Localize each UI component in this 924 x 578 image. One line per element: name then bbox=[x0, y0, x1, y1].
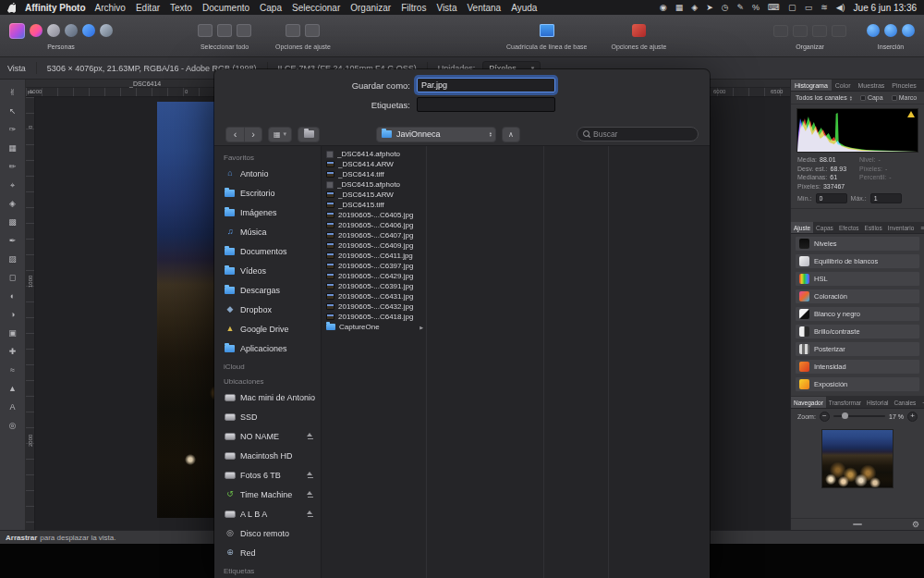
volume-icon[interactable]: ◀) bbox=[836, 4, 845, 12]
shield-icon[interactable]: ◈ bbox=[691, 4, 698, 12]
adjustment-niveles[interactable]: Niveles bbox=[795, 236, 920, 252]
sidebar-item-dropbox[interactable]: ◆Dropbox bbox=[214, 300, 321, 319]
sidebar-item-macintosh-hd[interactable]: Macintosh HD bbox=[214, 446, 321, 465]
tags-input[interactable] bbox=[417, 97, 555, 112]
photo-persona-icon[interactable] bbox=[30, 24, 43, 37]
menu-capa[interactable]: Capa bbox=[260, 3, 282, 13]
adjustment-options-icon[interactable] bbox=[632, 24, 646, 37]
color-picker-tool[interactable]: ✑ bbox=[6, 124, 20, 135]
sidebar-item-mac-mini-de-antonio[interactable]: Mac mini de Antonio bbox=[214, 387, 321, 407]
arrange-icon-1[interactable] bbox=[773, 25, 788, 37]
crop-tool[interactable]: ▦ bbox=[6, 142, 20, 154]
column-separator[interactable] bbox=[608, 146, 609, 578]
tab-histograma[interactable]: Histograma bbox=[791, 80, 832, 91]
percent-icon[interactable]: % bbox=[752, 4, 760, 12]
menu-filtros[interactable]: Filtros bbox=[401, 3, 426, 13]
tab-efectos[interactable]: Efectos bbox=[836, 222, 862, 233]
healing-brush-tool[interactable]: ✚ bbox=[6, 346, 20, 357]
dodge-brush-tool[interactable]: ◐ bbox=[6, 290, 20, 301]
liquify-persona-icon[interactable] bbox=[47, 24, 60, 37]
tab-muestras[interactable]: Muestras bbox=[855, 80, 889, 91]
sidebar-item-antonio[interactable]: ⌂Antonio bbox=[214, 164, 321, 183]
back-button[interactable]: ‹ bbox=[225, 127, 244, 142]
erase-brush-tool[interactable]: ◻ bbox=[6, 272, 20, 283]
file-dsc6414-tiff[interactable]: _DSC6414.tiff bbox=[322, 169, 426, 179]
sidebar-item-disco-remoto[interactable]: ◎Disco remoto bbox=[214, 523, 321, 543]
min-input[interactable] bbox=[816, 193, 847, 203]
flood-fill-tool[interactable]: ◈ bbox=[6, 198, 20, 209]
column-separator[interactable] bbox=[543, 146, 544, 578]
pixel-tool[interactable]: ▨ bbox=[6, 253, 20, 264]
filename-input[interactable] bbox=[417, 78, 555, 92]
sidebar-item-aplicaciones[interactable]: Aplicaciones bbox=[214, 338, 321, 358]
sidebar-item-musica[interactable]: ♫Música bbox=[214, 222, 321, 241]
file-dsc6414-arw[interactable]: _DSC6414.ARW bbox=[322, 159, 426, 169]
file-20190605-c6397-jpg[interactable]: 20190605-...C6397.jpg bbox=[322, 261, 426, 271]
add-panel-icon[interactable]: + bbox=[918, 397, 924, 408]
grid-icon[interactable]: ▦ bbox=[675, 4, 684, 12]
panel-menu-icon[interactable]: ≡ bbox=[917, 222, 924, 233]
sidebar-item-fotos-6-tb[interactable]: Fotos 6 TB bbox=[214, 465, 321, 485]
menu-editar[interactable]: Editar bbox=[136, 3, 160, 13]
file-20190605-c6391-jpg[interactable]: 20190605-...C6391.jpg bbox=[322, 281, 426, 291]
insert-icon-2[interactable] bbox=[884, 24, 897, 37]
zoom-slider[interactable] bbox=[833, 415, 885, 417]
sidebar-item-videos[interactable]: Vídeos bbox=[214, 261, 321, 280]
battery-icon[interactable]: ▭ bbox=[805, 4, 813, 12]
file-20190605-c6411-jpg[interactable]: 20190605-...C6411.jpg bbox=[322, 251, 426, 261]
develop-persona-icon[interactable] bbox=[65, 24, 78, 37]
sidebar-item-documentos[interactable]: Documentos bbox=[214, 241, 321, 261]
tab-pinceles[interactable]: Pinceles bbox=[888, 80, 919, 91]
insert-icon-1[interactable] bbox=[867, 24, 880, 37]
arrange-icon-4[interactable] bbox=[832, 25, 846, 37]
search-input[interactable] bbox=[593, 129, 692, 139]
zoom-in-button[interactable]: + bbox=[907, 412, 918, 422]
file-dsc6415-tiff[interactable]: _DSC6415.tiff bbox=[322, 200, 426, 210]
menu-ayuda[interactable]: Ayuda bbox=[511, 3, 537, 13]
max-input[interactable] bbox=[870, 193, 902, 203]
sidebar-item-descargas[interactable]: Descargas bbox=[214, 280, 321, 300]
sidebar-item-no-name[interactable]: NO NAME bbox=[214, 426, 321, 446]
forward-button[interactable]: › bbox=[244, 127, 262, 142]
channel-selector[interactable]: Todos los canales ▴▾ bbox=[796, 94, 852, 101]
sidebar-item-ssd[interactable]: SSD bbox=[214, 407, 321, 426]
menu-organizar[interactable]: Organizar bbox=[350, 3, 391, 13]
move-tool[interactable]: ↖ bbox=[6, 105, 20, 117]
zoom-tool[interactable]: ◎ bbox=[6, 420, 20, 431]
tab-estilos[interactable]: Estilos bbox=[862, 222, 885, 233]
arrange-icon-2[interactable] bbox=[793, 25, 808, 37]
menu-vista[interactable]: Vista bbox=[436, 3, 456, 13]
select-all-icon[interactable] bbox=[198, 24, 213, 37]
adjustment-icon-1[interactable] bbox=[286, 24, 300, 37]
clipping-warning-icon[interactable] bbox=[907, 111, 915, 117]
menu-ventana[interactable]: Ventana bbox=[467, 3, 501, 13]
location-icon[interactable]: ➤ bbox=[706, 4, 713, 12]
location-dropdown[interactable]: JaviOnneca ▴▾ bbox=[376, 127, 496, 142]
adjustment-icon-2[interactable] bbox=[305, 24, 320, 37]
capa-checkbox[interactable]: Capa bbox=[860, 94, 883, 101]
app-menu-title[interactable]: Affinity Photo bbox=[25, 3, 86, 13]
menu-documento[interactable]: Documento bbox=[202, 3, 249, 13]
clock-icon[interactable]: ◷ bbox=[722, 4, 729, 12]
navigator-thumbnail[interactable] bbox=[821, 429, 894, 488]
file-20190605-c6429-jpg[interactable]: 20190605-...C6429.jpg bbox=[322, 271, 426, 281]
settings-gear-icon[interactable]: ⚙ bbox=[912, 520, 919, 529]
selection-brush-tool[interactable]: ✏ bbox=[6, 161, 20, 172]
zoom-slider-thumb[interactable] bbox=[842, 412, 848, 419]
resize-handle[interactable] bbox=[853, 523, 862, 525]
wifi-icon[interactable]: ≋ bbox=[821, 4, 828, 12]
sidebar-item-a-l-b-a[interactable]: A L B A bbox=[214, 504, 321, 523]
search-field[interactable] bbox=[577, 127, 699, 141]
arrange-icon-3[interactable] bbox=[812, 25, 827, 37]
adjustment-exposicion[interactable]: Exposición bbox=[795, 376, 920, 392]
menu-texto[interactable]: Texto bbox=[170, 3, 192, 13]
tab-historial[interactable]: Historial bbox=[864, 397, 891, 408]
insert-icon-3[interactable] bbox=[902, 24, 915, 37]
sidebar-item-escritorio[interactable]: Escritorio bbox=[214, 183, 321, 203]
file-20190605-c6431-jpg[interactable]: 20190605-...C6431.jpg bbox=[322, 291, 426, 301]
sidebar-item-google-drive[interactable]: ▲Google Drive bbox=[214, 319, 321, 338]
paint-brush-tool[interactable]: ✒ bbox=[6, 235, 20, 246]
file-20190605-c6407-jpg[interactable]: 20190605-...C6407.jpg bbox=[322, 230, 426, 240]
flood-select-tool[interactable]: ⌖ bbox=[6, 179, 20, 191]
zoom-out-button[interactable]: − bbox=[820, 412, 830, 422]
